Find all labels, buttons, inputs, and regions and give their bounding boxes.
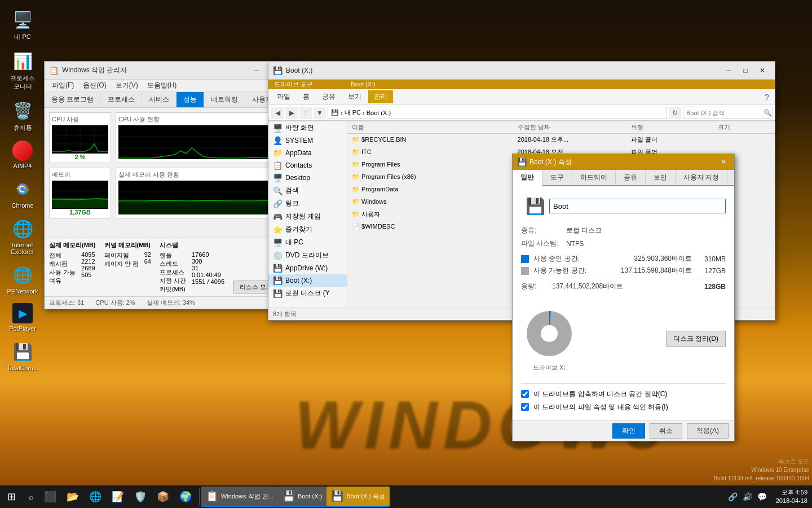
- fe-tab-file[interactable]: 파일: [271, 90, 296, 103]
- desktop-icon-penetwork[interactable]: 🌐 PENetwork: [3, 261, 42, 297]
- tm-tab-performance[interactable]: 성능: [176, 92, 204, 107]
- fe-sidebar-item-appdrive[interactable]: 💾 AppDrive (W:): [268, 262, 347, 274]
- fe-tab-manage[interactable]: 관리: [368, 90, 393, 103]
- tm-tab-processes[interactable]: 프로세스: [101, 92, 142, 107]
- taskbar-time[interactable]: 오후 4:59 2018-04-18: [771, 488, 812, 506]
- bp-footer: 확인 취소 적용(A): [513, 421, 734, 441]
- fe-sidebar-item-savedgames[interactable]: 🎮 저장된 게임: [268, 210, 347, 223]
- taskbar-pinned-shield[interactable]: 🛡️: [130, 487, 152, 507]
- ie-icon: 🌐: [11, 217, 34, 240]
- fe-sidebar-item-search[interactable]: 🔍 검색: [268, 184, 347, 197]
- fe-col-size[interactable]: 크기: [713, 123, 775, 132]
- taskbar-running-bootprops[interactable]: 💾 Boot (X:) 속성: [326, 487, 389, 507]
- fe-drive-tools-label: 드라이브 도구 Boot (X:): [268, 80, 775, 89]
- tm-menu-help[interactable]: 도움말(H): [143, 80, 182, 91]
- fe-sidebar-item-desktop[interactable]: 🖥️ 바탕 화면: [268, 121, 347, 134]
- tm-stat-processes-value: 31: [192, 265, 224, 271]
- fe-refresh-btn[interactable]: ↻: [669, 107, 681, 119]
- fe-sidebar-item-mypc[interactable]: 🖥️ 내 PC: [268, 236, 347, 249]
- tm-tab-networking[interactable]: 네트워킹: [204, 92, 245, 107]
- taskbar-pinned-chrome[interactable]: 🌐: [85, 487, 107, 507]
- fe-help-icon[interactable]: ?: [762, 93, 772, 102]
- taskbar-pinned-explorer[interactable]: 📂: [62, 487, 85, 507]
- tray-notify-icon[interactable]: 💬: [756, 492, 769, 501]
- fe-sidebar-item-favorites[interactable]: ⭐ 즐겨찾기: [268, 223, 347, 236]
- tm-cpu-usage-box: CPU 사용: [49, 112, 111, 163]
- taskbar-pinned-ie[interactable]: 🌍: [175, 487, 197, 507]
- fe-address-field[interactable]: 💾 › 내 PC › Boot (X:): [328, 107, 667, 119]
- bp-cancel-btn[interactable]: 취소: [650, 423, 682, 439]
- taskbar-running-explorer[interactable]: 💾 Boot (X:): [278, 487, 326, 507]
- fe-sidebar-boot-icon: 💾: [273, 276, 283, 285]
- fe-sidebar-dvd-label: DVD 드라이브: [285, 251, 329, 260]
- bp-drive-name-input[interactable]: [549, 199, 726, 213]
- taskbar-pinned-cmd[interactable]: ⬛: [39, 487, 62, 507]
- fe-sidebar-item-system[interactable]: 👤 SYSTEM: [268, 134, 347, 147]
- fe-sidebar-item-appdata[interactable]: 📁 AppData: [268, 147, 347, 159]
- tm-menu-options[interactable]: 옵션(O): [78, 80, 111, 91]
- fe-sidebar-contacts-icon: 📋: [273, 161, 283, 170]
- fe-minimize-btn[interactable]: ─: [721, 64, 736, 77]
- tray-network-icon[interactable]: 🔗: [726, 492, 739, 501]
- bp-tab-tools[interactable]: 도구: [542, 170, 572, 185]
- tm-menu-view[interactable]: 보기(V): [111, 80, 143, 91]
- tm-stat-total-value: 4095: [81, 251, 95, 258]
- bp-close-btn[interactable]: ✕: [717, 156, 730, 168]
- taskbar-pinned-notepad[interactable]: 📝: [107, 487, 130, 507]
- tm-cpu-graph: [52, 127, 108, 152]
- fe-recent-btn[interactable]: ▼: [314, 107, 326, 119]
- fe-sidebar-item-links[interactable]: 🔗 링크: [268, 197, 347, 210]
- fe-sidebar-links-label: 링크: [285, 199, 299, 208]
- fe-tab-share[interactable]: 공유: [316, 90, 341, 103]
- fe-close-btn[interactable]: ✕: [754, 64, 770, 77]
- tm-status-cpu: CPU 사용: 2%: [95, 299, 135, 307]
- fe-address-pc: 내 PC: [345, 108, 361, 117]
- tm-tab-apps[interactable]: 응용 프로그램: [45, 92, 101, 107]
- fe-sidebar-item-desktop2[interactable]: 🖥️ Desktop: [268, 172, 347, 184]
- bp-apply-btn[interactable]: 적용(A): [687, 423, 729, 439]
- fe-sidebar-item-local-y[interactable]: 💾 로컬 디스크 (Y: [268, 287, 347, 300]
- bp-tab-general[interactable]: 일반: [513, 170, 542, 186]
- fe-sidebar-item-boot[interactable]: 💾 Boot (X:): [268, 274, 347, 287]
- bp-tab-hardware[interactable]: 하드웨어: [572, 170, 616, 185]
- desktop-icon-chrome[interactable]: Chrome: [3, 175, 42, 212]
- desktop-icon-process-monitor[interactable]: 📊 프로세스모니터: [3, 47, 42, 94]
- fe-col-date[interactable]: 수정한 날짜: [513, 123, 626, 132]
- bp-ok-btn[interactable]: 확인: [612, 423, 645, 439]
- taskbar-running-taskmgr[interactable]: 📋 Windows 작업 관...: [201, 487, 278, 507]
- taskbar-search-btn[interactable]: ⌕: [23, 485, 39, 508]
- tm-tab-services[interactable]: 서비스: [142, 92, 176, 107]
- desktop-icon-ie[interactable]: 🌐 InternetExplorer: [3, 214, 42, 258]
- bp-cleanup-btn[interactable]: 디스크 정리(D): [666, 331, 726, 347]
- tray-volume-icon[interactable]: 🔊: [741, 492, 754, 501]
- fe-file-row-recycle[interactable]: 📁 $RECYCLE.BIN 2018-04-18 오후... 파일 폴더: [347, 134, 775, 146]
- fe-sidebar-item-dvd[interactable]: 💿 DVD 드라이브: [268, 249, 347, 262]
- bp-checkbox2[interactable]: [521, 403, 529, 411]
- taskbar-taskmgr-label: Windows 작업 관...: [221, 492, 273, 501]
- fe-maximize-btn[interactable]: □: [738, 64, 753, 77]
- task-manager-minimize-btn[interactable]: ─: [249, 64, 264, 77]
- bp-checkbox1[interactable]: [521, 390, 529, 398]
- bp-tab-customize[interactable]: 사용자 지정: [676, 170, 727, 185]
- tm-menu-file[interactable]: 파일(F): [47, 80, 78, 91]
- taskbar-pinned-pkg[interactable]: 📦: [152, 487, 175, 507]
- taskbar-start-btn[interactable]: ⊞: [0, 485, 23, 508]
- bp-tab-sharing[interactable]: 공유: [616, 170, 646, 185]
- fe-search-input[interactable]: [683, 107, 773, 119]
- desktop-icon-potplayer[interactable]: ▶ PotPlayer: [3, 300, 42, 335]
- desktop-icon-my-pc[interactable]: 🖥️ 내 PC: [3, 6, 42, 44]
- fe-forward-btn[interactable]: ▶: [285, 107, 298, 119]
- fe-col-name[interactable]: 이름: [347, 123, 513, 132]
- desktop-icon-recycle-bin[interactable]: 🗑️ 휴지통: [3, 97, 42, 135]
- desktop-icon-totalcommander[interactable]: 💾 TotalCom...: [3, 338, 42, 374]
- bp-tab-security[interactable]: 보안: [646, 170, 676, 185]
- fe-file-name-pf86: 📁 Program Files (x86): [347, 173, 513, 181]
- fe-back-btn[interactable]: ◀: [271, 107, 284, 119]
- desktop-icon-aimp4[interactable]: AIMP4: [3, 138, 42, 172]
- fe-sidebar-item-contacts[interactable]: 📋 Contacts: [268, 159, 347, 172]
- fe-up-btn[interactable]: ↑: [299, 107, 312, 119]
- fe-tab-view[interactable]: 보기: [342, 90, 367, 103]
- recycle-bin-icon: 🗑️: [11, 99, 34, 122]
- fe-tab-home[interactable]: 홈: [297, 90, 315, 103]
- fe-col-type[interactable]: 유형: [626, 123, 714, 132]
